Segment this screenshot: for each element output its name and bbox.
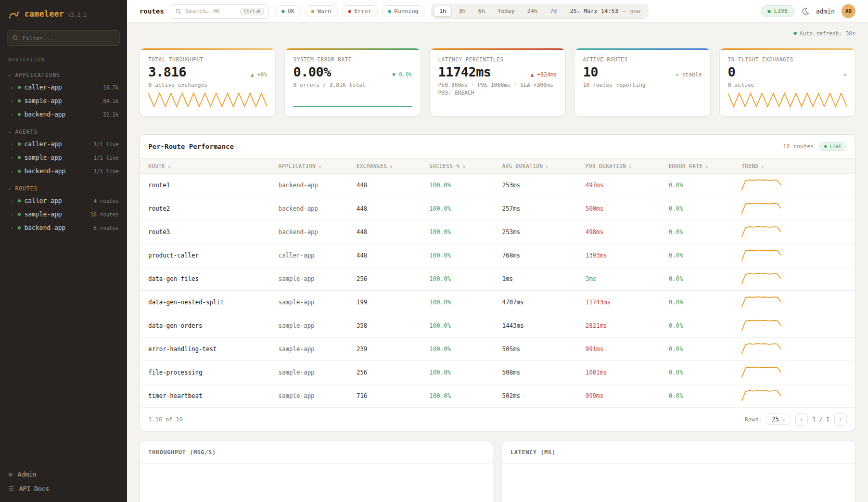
- cell-success: 100.0%: [429, 369, 502, 376]
- table-row[interactable]: timer-heartbeat sample-app 716 100.0% 50…: [140, 384, 855, 408]
- cell-error-rate: 0.0%: [669, 392, 742, 400]
- cell-avg-duration: 253ms: [502, 228, 585, 236]
- cell-success: 100.0%: [429, 205, 502, 212]
- sidebar-item-label: caller-app: [24, 140, 62, 148]
- table-row[interactable]: data-gen-orders sample-app 358 100.0% 14…: [140, 314, 855, 338]
- sidebar-item[interactable]: sample-app 1/1 live: [0, 151, 127, 164]
- filter-chip[interactable]: Running: [382, 5, 425, 17]
- avatar[interactable]: AD: [841, 4, 856, 18]
- column-header[interactable]: TREND: [742, 163, 847, 169]
- cell-route: data-gen-nested-split: [148, 299, 278, 306]
- search-input[interactable]: [185, 8, 237, 15]
- time-range-button[interactable]: 3h: [453, 6, 471, 17]
- column-header[interactable]: P99 DURATION: [585, 163, 669, 169]
- sidebar-item[interactable]: caller-app 10.7k: [0, 81, 127, 94]
- next-page-button[interactable]: ›: [834, 413, 847, 426]
- cell-trend: [742, 389, 847, 403]
- table-footer-right: Rows: 25 ‹ 1 / 1 ›: [745, 413, 847, 426]
- app-root: cameleer v3.2.1 NAVIGATION APPLICATIONS …: [0, 0, 868, 502]
- applications-list: caller-app 10.7k sample-app 84.1k backen…: [0, 81, 127, 121]
- chart-panel-title: LATENCY (MS): [510, 449, 556, 456]
- chip-dot-icon: [282, 10, 285, 13]
- column-header-label: AVG DURATION: [502, 163, 543, 169]
- prev-page-button[interactable]: ‹: [795, 413, 808, 426]
- kpi-body: TOTAL THROUGHPUT 3.816 ▲ +0% 0 active ex…: [140, 50, 275, 113]
- api-docs-label: API Docs: [19, 485, 49, 493]
- column-header[interactable]: EXCHANGES: [356, 163, 429, 169]
- cell-success: 100.0%: [429, 275, 502, 282]
- sidebar-item[interactable]: caller-app 1/1 live: [0, 137, 127, 151]
- sidebar-item-label: backend-app: [24, 111, 66, 118]
- sort-icon: [629, 163, 632, 169]
- dark-mode-toggle[interactable]: [801, 7, 809, 15]
- sidebar-item[interactable]: backend-app 1/1 live: [0, 164, 127, 178]
- rows-per-page-select[interactable]: 25: [767, 414, 790, 425]
- section-title: ROUTES: [15, 186, 37, 191]
- status-dot-icon: [18, 170, 21, 173]
- filter-chip[interactable]: OK: [275, 5, 301, 17]
- sidebar-item-admin[interactable]: Admin: [8, 470, 119, 478]
- sidebar-item-badge: 1/1 live: [94, 155, 119, 161]
- cell-success: 100.0%: [429, 322, 502, 329]
- kpi-card: ACTIVE ROUTES 10 ⇔ stable 10 routes repo…: [574, 48, 710, 117]
- chevron-right-icon: [10, 97, 14, 105]
- sidebar-item[interactable]: backend-app 6 routes: [0, 221, 127, 235]
- kpi-title: ACTIVE ROUTES: [583, 57, 701, 62]
- chart-panel-title: THROUGHPUT (MSG/S): [148, 449, 216, 456]
- column-header[interactable]: APPLICATION: [278, 163, 356, 169]
- column-header[interactable]: SUCCESS %: [429, 163, 502, 169]
- table-row[interactable]: file-processing sample-app 256 100.0% 50…: [140, 361, 855, 384]
- datetime-label: 25. März 14:53: [570, 8, 618, 15]
- cell-route: route3: [148, 228, 278, 236]
- sidebar-item[interactable]: backend-app 32.2k: [0, 108, 127, 121]
- table-row[interactable]: product-caller caller-app 448 100.0% 768…: [140, 244, 855, 267]
- time-range-button[interactable]: Today: [492, 6, 520, 17]
- sidebar-item-api-docs[interactable]: API Docs: [8, 485, 119, 493]
- table-row[interactable]: data-gen-files sample-app 256 100.0% 1ms…: [140, 267, 855, 291]
- time-range-button[interactable]: 7d: [544, 6, 563, 17]
- sidebar-filter-input[interactable]: [22, 35, 114, 42]
- cell-route: data-gen-orders: [148, 322, 278, 329]
- chevron-right-icon: [10, 224, 14, 231]
- column-header[interactable]: AVG DURATION: [502, 163, 585, 169]
- filter-chip[interactable]: Error: [342, 5, 378, 17]
- sidebar-item-label: backend-app: [24, 224, 66, 231]
- section-header-routes[interactable]: ROUTES: [0, 183, 127, 194]
- sidebar-item[interactable]: caller-app 4 routes: [0, 194, 127, 208]
- topbar: routes Ctrl+K OK Warn Error Running 1: [127, 0, 868, 23]
- status-dot-icon: [18, 226, 21, 229]
- time-range-button[interactable]: 6h: [473, 6, 491, 17]
- filter-chip[interactable]: Warn: [305, 5, 338, 17]
- brand-name: cameleer: [24, 9, 64, 19]
- section-header-agents[interactable]: AGENTS: [0, 126, 127, 137]
- section-header-applications[interactable]: APPLICATIONS: [0, 70, 127, 81]
- sidebar-item[interactable]: sample-app 16 routes: [0, 208, 127, 221]
- trend-sparkline-chart: [742, 389, 781, 403]
- column-header-label: ROUTE: [148, 163, 165, 169]
- live-indicator[interactable]: LIVE: [761, 5, 795, 17]
- sidebar-filter[interactable]: [7, 30, 120, 46]
- status-dot-icon: [18, 113, 21, 116]
- column-header[interactable]: ERROR RATE: [669, 163, 742, 169]
- table-row[interactable]: route3 backend-app 448 100.0% 253ms 498m…: [140, 221, 855, 244]
- cell-exchanges: 448: [356, 205, 429, 212]
- cell-application: sample-app: [278, 299, 356, 306]
- table-row[interactable]: route1 backend-app 448 100.0% 253ms 497m…: [140, 174, 855, 197]
- cell-route: file-processing: [148, 369, 278, 376]
- table-row[interactable]: data-gen-nested-split sample-app 199 100…: [140, 291, 855, 314]
- sidebar-footer: Admin API Docs: [0, 464, 127, 502]
- cell-exchanges: 256: [356, 369, 429, 376]
- datetime-separator: —: [622, 8, 626, 15]
- time-range-button[interactable]: 24h: [521, 6, 543, 17]
- sidebar-item-label: caller-app: [24, 197, 62, 204]
- chart-panel-header: LATENCY (MS): [502, 441, 855, 464]
- time-range-button[interactable]: 1h: [433, 6, 452, 17]
- global-search[interactable]: Ctrl+K: [171, 4, 269, 19]
- table-row[interactable]: route2 backend-app 448 100.0% 257ms 500m…: [140, 197, 855, 221]
- sidebar-item-badge: 10.7k: [103, 85, 119, 91]
- sort-icon: [168, 163, 171, 169]
- column-header[interactable]: ROUTE: [148, 163, 278, 169]
- cell-p99-duration: 999ms: [585, 392, 669, 400]
- table-row[interactable]: error-handling-test sample-app 239 100.0…: [140, 338, 855, 361]
- sidebar-item[interactable]: sample-app 84.1k: [0, 94, 127, 108]
